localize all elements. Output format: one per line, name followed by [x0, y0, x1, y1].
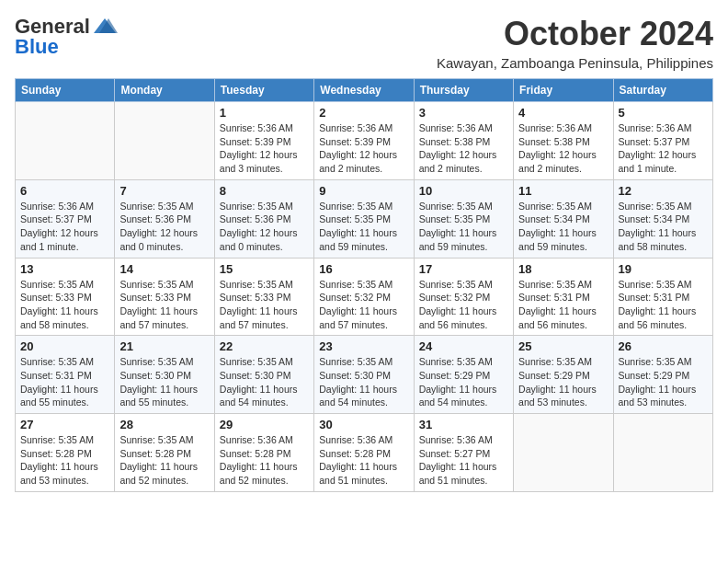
calendar-cell: 23Sunrise: 5:35 AM Sunset: 5:30 PM Dayli…: [314, 336, 414, 414]
day-number: 12: [619, 184, 708, 198]
day-detail: Sunrise: 5:35 AM Sunset: 5:36 PM Dayligh…: [119, 200, 209, 254]
calendar-cell: 4Sunrise: 5:36 AM Sunset: 5:38 PM Daylig…: [514, 102, 613, 180]
day-detail: Sunrise: 5:35 AM Sunset: 5:32 PM Dayligh…: [419, 278, 508, 332]
day-detail: Sunrise: 5:35 AM Sunset: 5:31 PM Dayligh…: [518, 278, 608, 332]
day-number: 10: [419, 184, 508, 198]
calendar-cell: 21Sunrise: 5:35 AM Sunset: 5:30 PM Dayli…: [115, 336, 214, 414]
day-detail: Sunrise: 5:35 AM Sunset: 5:29 PM Dayligh…: [619, 355, 708, 409]
column-header-saturday: Saturday: [613, 79, 712, 102]
calendar-cell: 18Sunrise: 5:35 AM Sunset: 5:31 PM Dayli…: [514, 258, 613, 336]
calendar-cell: 20Sunrise: 5:35 AM Sunset: 5:31 PM Dayli…: [16, 336, 115, 414]
day-detail: Sunrise: 5:36 AM Sunset: 5:39 PM Dayligh…: [319, 121, 408, 176]
day-number: 16: [319, 262, 408, 276]
day-number: 21: [119, 339, 209, 353]
day-detail: Sunrise: 5:35 AM Sunset: 5:33 PM Dayligh…: [119, 278, 209, 332]
day-detail: Sunrise: 5:35 AM Sunset: 5:34 PM Dayligh…: [619, 200, 708, 254]
calendar-cell: 24Sunrise: 5:35 AM Sunset: 5:29 PM Dayli…: [414, 336, 513, 414]
day-detail: Sunrise: 5:36 AM Sunset: 5:39 PM Dayligh…: [220, 121, 309, 176]
day-number: 4: [518, 106, 608, 120]
day-number: 3: [419, 106, 508, 120]
column-header-wednesday: Wednesday: [314, 79, 414, 102]
calendar-cell: 19Sunrise: 5:35 AM Sunset: 5:31 PM Dayli…: [613, 258, 712, 336]
day-number: 6: [20, 184, 109, 198]
day-detail: Sunrise: 5:35 AM Sunset: 5:33 PM Dayligh…: [20, 278, 109, 332]
calendar-cell: 3Sunrise: 5:36 AM Sunset: 5:38 PM Daylig…: [414, 102, 513, 180]
logo-blue-text: Blue: [15, 35, 59, 59]
calendar-cell: 29Sunrise: 5:36 AM Sunset: 5:28 PM Dayli…: [214, 414, 313, 492]
day-number: 28: [119, 418, 209, 431]
calendar-cell: 31Sunrise: 5:36 AM Sunset: 5:27 PM Dayli…: [414, 414, 513, 492]
location-subtitle: Kawayan, Zamboanga Peninsula, Philippine…: [437, 55, 713, 71]
calendar-cell: 22Sunrise: 5:35 AM Sunset: 5:30 PM Dayli…: [214, 336, 313, 414]
day-number: 30: [319, 418, 408, 431]
day-detail: Sunrise: 5:36 AM Sunset: 5:27 PM Dayligh…: [419, 433, 508, 488]
calendar-cell: [115, 102, 214, 180]
day-number: 15: [220, 262, 309, 276]
logo: General Blue: [15, 15, 118, 59]
calendar-cell: 28Sunrise: 5:35 AM Sunset: 5:28 PM Dayli…: [115, 414, 214, 492]
day-detail: Sunrise: 5:36 AM Sunset: 5:37 PM Dayligh…: [20, 200, 109, 254]
day-detail: Sunrise: 5:35 AM Sunset: 5:29 PM Dayligh…: [518, 355, 608, 409]
calendar-cell: 15Sunrise: 5:35 AM Sunset: 5:33 PM Dayli…: [214, 258, 313, 336]
calendar-cell: [16, 102, 115, 180]
day-detail: Sunrise: 5:36 AM Sunset: 5:28 PM Dayligh…: [319, 433, 408, 488]
calendar-week-row: 13Sunrise: 5:35 AM Sunset: 5:33 PM Dayli…: [16, 258, 713, 336]
calendar-cell: 1Sunrise: 5:36 AM Sunset: 5:39 PM Daylig…: [214, 102, 313, 180]
day-detail: Sunrise: 5:35 AM Sunset: 5:34 PM Dayligh…: [518, 200, 608, 254]
calendar-week-row: 6Sunrise: 5:36 AM Sunset: 5:37 PM Daylig…: [16, 179, 713, 258]
column-header-tuesday: Tuesday: [214, 79, 313, 102]
calendar-cell: 26Sunrise: 5:35 AM Sunset: 5:29 PM Dayli…: [613, 336, 712, 414]
calendar-cell: 25Sunrise: 5:35 AM Sunset: 5:29 PM Dayli…: [514, 336, 613, 414]
day-number: 25: [518, 339, 608, 353]
day-detail: Sunrise: 5:35 AM Sunset: 5:29 PM Dayligh…: [419, 355, 508, 409]
column-header-thursday: Thursday: [414, 79, 513, 102]
calendar-cell: 11Sunrise: 5:35 AM Sunset: 5:34 PM Dayli…: [514, 179, 613, 258]
page-header: General Blue October 2024 Kawayan, Zambo…: [15, 15, 713, 71]
day-detail: Sunrise: 5:36 AM Sunset: 5:38 PM Dayligh…: [419, 121, 508, 176]
day-number: 11: [518, 184, 608, 198]
calendar-cell: 8Sunrise: 5:35 AM Sunset: 5:36 PM Daylig…: [214, 179, 313, 258]
day-number: 7: [119, 184, 209, 198]
title-block: October 2024 Kawayan, Zamboanga Peninsul…: [437, 15, 713, 71]
day-detail: Sunrise: 5:36 AM Sunset: 5:37 PM Dayligh…: [619, 121, 708, 176]
day-detail: Sunrise: 5:35 AM Sunset: 5:28 PM Dayligh…: [20, 433, 109, 488]
day-detail: Sunrise: 5:35 AM Sunset: 5:35 PM Dayligh…: [419, 200, 508, 254]
day-number: 1: [220, 106, 309, 120]
day-number: 9: [319, 184, 408, 198]
day-number: 23: [319, 339, 408, 353]
day-number: 22: [220, 339, 309, 353]
day-detail: Sunrise: 5:35 AM Sunset: 5:36 PM Dayligh…: [220, 200, 309, 254]
calendar-cell: 10Sunrise: 5:35 AM Sunset: 5:35 PM Dayli…: [414, 179, 513, 258]
day-number: 31: [419, 418, 508, 431]
day-number: 14: [119, 262, 209, 276]
day-number: 18: [518, 262, 608, 276]
day-number: 17: [419, 262, 508, 276]
calendar-week-row: 1Sunrise: 5:36 AM Sunset: 5:39 PM Daylig…: [16, 102, 713, 180]
day-detail: Sunrise: 5:35 AM Sunset: 5:31 PM Dayligh…: [20, 355, 109, 409]
day-detail: Sunrise: 5:35 AM Sunset: 5:30 PM Dayligh…: [220, 355, 309, 409]
column-header-friday: Friday: [514, 79, 613, 102]
calendar-header-row: SundayMondayTuesdayWednesdayThursdayFrid…: [16, 79, 713, 102]
day-detail: Sunrise: 5:35 AM Sunset: 5:35 PM Dayligh…: [319, 200, 408, 254]
calendar-cell: 27Sunrise: 5:35 AM Sunset: 5:28 PM Dayli…: [16, 414, 115, 492]
calendar-cell: 30Sunrise: 5:36 AM Sunset: 5:28 PM Dayli…: [314, 414, 414, 492]
calendar-table: SundayMondayTuesdayWednesdayThursdayFrid…: [15, 78, 713, 492]
day-number: 20: [20, 339, 109, 353]
calendar-cell: 14Sunrise: 5:35 AM Sunset: 5:33 PM Dayli…: [115, 258, 214, 336]
day-number: 8: [220, 184, 309, 198]
column-header-monday: Monday: [115, 79, 214, 102]
day-detail: Sunrise: 5:36 AM Sunset: 5:38 PM Dayligh…: [518, 121, 608, 176]
calendar-cell: 9Sunrise: 5:35 AM Sunset: 5:35 PM Daylig…: [314, 179, 414, 258]
calendar-cell: [514, 414, 613, 492]
column-header-sunday: Sunday: [16, 79, 115, 102]
calendar-cell: 2Sunrise: 5:36 AM Sunset: 5:39 PM Daylig…: [314, 102, 414, 180]
calendar-cell: 6Sunrise: 5:36 AM Sunset: 5:37 PM Daylig…: [16, 179, 115, 258]
calendar-cell: 12Sunrise: 5:35 AM Sunset: 5:34 PM Dayli…: [613, 179, 712, 258]
day-detail: Sunrise: 5:35 AM Sunset: 5:31 PM Dayligh…: [619, 278, 708, 332]
day-number: 29: [220, 418, 309, 431]
calendar-week-row: 27Sunrise: 5:35 AM Sunset: 5:28 PM Dayli…: [16, 414, 713, 492]
calendar-cell: [613, 414, 712, 492]
day-detail: Sunrise: 5:36 AM Sunset: 5:28 PM Dayligh…: [220, 433, 309, 488]
day-number: 24: [419, 339, 508, 353]
logo-icon: [92, 17, 118, 37]
